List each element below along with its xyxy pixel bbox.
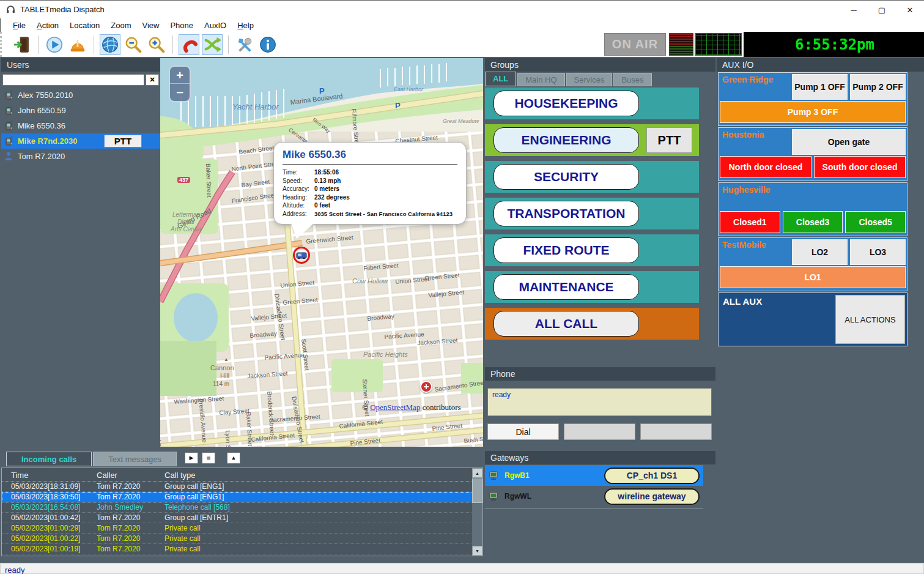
menu-item-help[interactable]: Help (232, 20, 259, 31)
aux-button-closed3[interactable]: Closed3 (783, 211, 843, 233)
tools-icon[interactable] (234, 34, 255, 55)
popup-field-value: 18:55:06 (314, 169, 339, 176)
all-actions-button[interactable]: ALL ACTIONS (835, 295, 905, 344)
user-row-john-6550-59[interactable]: John 6550.59 (1, 103, 160, 118)
user-row-tom-r7-2020[interactable]: Tom R7.2020 (1, 149, 160, 164)
openstreetmap-link[interactable]: OpenStreetMap (370, 403, 420, 412)
calls-scrollbar[interactable]: ▲ ▼ (472, 468, 482, 556)
user-row-alex-7550-2010[interactable]: Alex 7550.2010 (1, 88, 160, 103)
zoom-out-icon[interactable] (123, 34, 144, 55)
group-ptt-button[interactable]: PTT (646, 127, 692, 153)
groups-panel: Groups ALLMain HQServicesBuses HOUSEKEEP… (485, 58, 715, 367)
group-call-button-transportation[interactable]: TRANSPORTATION (493, 201, 639, 226)
info-icon[interactable] (257, 34, 278, 55)
aux-button-open-gate[interactable]: Open gate (792, 129, 906, 155)
aux-station-label: TestMobile (722, 240, 766, 250)
aux-button-pump-2-off[interactable]: Pump 2 OFF (850, 74, 906, 100)
minimize-button[interactable]: ─ (840, 1, 868, 19)
menu-item-view[interactable]: View (137, 20, 165, 31)
toolbar-separator (38, 35, 39, 54)
gateway-row-rgwwl[interactable]: RgwWLwireline gateway (485, 486, 703, 507)
group-call-button-maintenance[interactable]: MAINTENANCE (493, 274, 639, 300)
menu-item-location[interactable]: Location (64, 20, 105, 31)
portable-radio-icon (4, 136, 14, 146)
phone-blank-button[interactable] (640, 423, 712, 440)
menu-item-action[interactable]: Action (31, 20, 64, 31)
user-row-mike-6550-36[interactable]: Mike 6550.36 (1, 118, 160, 133)
zoom-in-icon[interactable] (146, 34, 167, 55)
siren-icon[interactable] (67, 34, 88, 55)
aux-button-pump-1-off[interactable]: Pump 1 OFF (792, 74, 848, 100)
groups-tab-services[interactable]: Services (566, 73, 613, 86)
play-button[interactable]: ▶ (185, 452, 198, 464)
phone-buttons: Dial (487, 423, 712, 440)
popup-row: Speed:0.13 mph (283, 177, 457, 185)
menu-item-auxio[interactable]: AuxIO (199, 20, 232, 31)
call-row[interactable]: 05/02/2023[01:00:22]Tom R7.2020Private c… (2, 534, 482, 544)
menu-item-zoom[interactable]: Zoom (105, 20, 136, 31)
aux-button-lo3[interactable]: LO3 (850, 239, 906, 265)
groups-tabs: ALLMain HQServicesBuses (485, 72, 653, 86)
crosspatch-icon[interactable] (202, 34, 223, 55)
scope-grid (695, 33, 742, 56)
phone-icon[interactable] (179, 34, 199, 55)
aux-station-label: Green Ridge (722, 75, 773, 84)
call-row[interactable]: 05/03/2023[18:31:09]Tom R7.2020Group cal… (2, 482, 482, 492)
map-zoom-in-button[interactable]: + (170, 67, 190, 84)
maximize-button[interactable]: ▢ (868, 1, 896, 19)
aux-button-closed1[interactable]: Closed1 (720, 211, 780, 233)
scroll-up-button[interactable]: ▲ (472, 468, 482, 478)
aux-button-closed5[interactable]: Closed5 (845, 211, 906, 233)
phone-blank-button[interactable] (564, 423, 635, 440)
scrollbar-thumb[interactable] (472, 479, 482, 503)
stop-button[interactable]: ■ (202, 452, 215, 464)
map[interactable]: Yacht HarborEast HarborGreat MeadowPPMar… (160, 58, 483, 447)
map-globe-icon[interactable] (100, 34, 120, 55)
group-call-button-security[interactable]: SECURITY (493, 164, 639, 190)
calls-column-header: Call type (164, 471, 196, 480)
user-ptt-button[interactable]: PTT (104, 135, 142, 147)
calls-rows: 05/03/2023[18:31:09]Tom R7.2020Group cal… (2, 482, 482, 554)
users-search-clear-button[interactable]: ✕ (146, 74, 159, 86)
groups-tab-all[interactable]: ALL (485, 72, 516, 86)
dial-button[interactable]: Dial (487, 423, 559, 440)
gateway-row-rgwb1[interactable]: RgwB1CP_ch1 DS1 (485, 465, 703, 486)
calls-tab-text-messages[interactable]: Text messages (93, 452, 177, 466)
gateway-channel-button[interactable]: CP_ch1 DS1 (604, 468, 700, 484)
status-text: ready (5, 565, 25, 574)
user-location-marker[interactable] (293, 247, 310, 264)
aux-button-lo1[interactable]: LO1 (720, 266, 906, 288)
gateway-channel-button[interactable]: wireline gateway (604, 488, 700, 505)
aux-button-pump-3-off[interactable]: Pump 3 OFF (720, 101, 906, 123)
group-call-button-fixed-route[interactable]: FIXED ROUTE (493, 237, 639, 263)
group-row-maintenance: MAINTENANCE (485, 271, 699, 303)
group-call-button-all-call[interactable]: ALL CALL (493, 311, 639, 337)
menu-item-file[interactable]: File (7, 20, 31, 31)
calls-tab-incoming-calls[interactable]: Incoming calls (6, 452, 92, 466)
menu-item-phone[interactable]: Phone (164, 20, 199, 31)
aux-button-south-door-closed[interactable]: South door closed (814, 156, 906, 178)
exit-icon[interactable] (12, 34, 32, 55)
call-row[interactable]: 05/03/2023[16:54:08]John SmedleyTelephon… (2, 502, 482, 513)
aux-button-north-door-closed[interactable]: North door closed (720, 156, 811, 178)
users-search-input[interactable] (2, 74, 144, 86)
up-button[interactable]: ▲ (227, 452, 240, 464)
popup-field-label: Heading: (283, 193, 314, 202)
map-zoom-out-button[interactable]: − (170, 84, 190, 101)
groups-tab-main-hq[interactable]: Main HQ (517, 73, 564, 86)
scroll-down-button[interactable]: ▼ (472, 546, 482, 556)
phone-display[interactable]: ready (487, 388, 712, 416)
call-row[interactable]: 05/02/2023[01:00:42]Tom R7.2020Group cal… (2, 513, 482, 523)
call-row[interactable]: 05/02/2023[01:00:29]Tom R7.2020Private c… (2, 523, 482, 534)
transport-buttons: ▶■▲ (185, 452, 240, 464)
call-row[interactable]: 05/02/2023[01:00:19]Tom R7.2020Private c… (2, 544, 482, 554)
group-call-button-engineering[interactable]: ENGINEERING (493, 127, 639, 153)
aux-button-lo2[interactable]: LO2 (792, 239, 848, 265)
groups-tab-buses[interactable]: Buses (613, 73, 651, 86)
group-call-button-housekeeping[interactable]: HOUSEKEEPING (493, 91, 639, 116)
calls-column-header: Time (11, 471, 97, 480)
user-row-mike-r7nd-2030[interactable]: Mike R7nd.2030PTT (1, 133, 160, 149)
call-row[interactable]: 05/03/2023[18:30:50]Tom R7.2020Group cal… (2, 492, 482, 502)
close-button[interactable]: ✕ (896, 1, 924, 19)
play-icon[interactable] (44, 34, 65, 55)
